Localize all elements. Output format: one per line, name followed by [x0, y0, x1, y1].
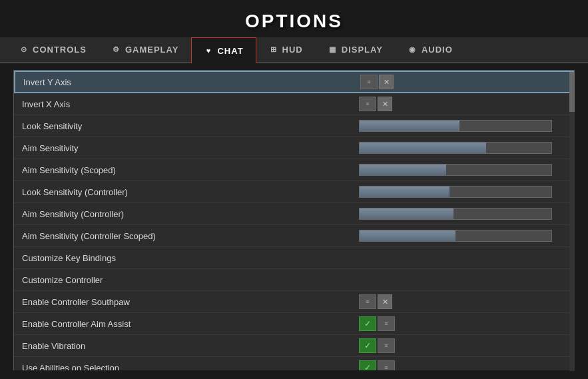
tab-gameplay-label: GAMEPLAY [125, 45, 178, 55]
row-label-aim-controller-scoped: Aim Sensitivity (Controller Scoped) [14, 227, 354, 245]
row-control-look-sensitivity [354, 117, 574, 135]
content-area: Invert Y Axis ≡ ✕ Invert X Axis ≡ ✕ Look… [0, 63, 588, 370]
aim-controller-fill [360, 208, 453, 219]
table-row: Aim Sensitivity (Controller Scoped) [14, 225, 574, 247]
row-label-look-sensitivity: Look Sensitivity [14, 117, 354, 135]
audio-icon: ◉ [408, 45, 418, 55]
row-control-invert-x: ≡ ✕ [354, 94, 574, 114]
row-control-aim-assist: ✓ ≡ [354, 314, 574, 334]
tab-display-label: DISPLAY [342, 45, 383, 55]
toggle-lines-btn4[interactable]: ≡ [378, 316, 395, 331]
look-controller-slider[interactable] [359, 186, 552, 198]
toggle-lines-btn6[interactable]: ≡ [378, 360, 395, 370]
row-control-aim-sensitivity [354, 139, 574, 157]
table-row: Use Abilities on Selection ✓ ≡ [14, 357, 574, 370]
table-row: Aim Sensitivity [14, 137, 574, 159]
toggle-invert-x[interactable]: ≡ ✕ [359, 97, 392, 111]
controls-icon: ⊙ [19, 45, 29, 55]
row-control-southpaw: ≡ ✕ [354, 292, 574, 312]
hud-icon: ⊞ [269, 45, 278, 55]
tab-chat-label: CHAT [217, 46, 243, 56]
tab-audio-label: AUDIO [422, 45, 453, 55]
toggle-lines-btn3[interactable]: ≡ [359, 294, 376, 309]
tab-chat[interactable]: ♥ CHAT [191, 37, 256, 63]
toggle-lines-btn5[interactable]: ≡ [378, 338, 395, 353]
row-control-vibration: ✓ ≡ [354, 336, 574, 356]
row-control-invert-y: ≡ ✕ [355, 72, 573, 92]
aim-controller-scoped-slider[interactable] [359, 230, 552, 242]
look-sensitivity-fill [360, 121, 459, 131]
toggle-check-btn2[interactable]: ✓ [359, 338, 376, 353]
table-row: Aim Sensitivity (Controller) [14, 203, 574, 225]
toggle-aim-assist[interactable]: ✓ ≡ [359, 316, 395, 331]
row-control-aim-scoped [354, 161, 574, 179]
row-control-look-controller [354, 183, 574, 200]
table-row: Look Sensitivity (Controller) [14, 181, 574, 203]
row-label-vibration: Enable Vibration [14, 337, 354, 355]
display-icon: ▦ [328, 45, 338, 55]
aim-scoped-fill [360, 165, 446, 175]
toggle-x-btn[interactable]: ✕ [379, 75, 394, 89]
row-control-aim-controller [354, 205, 574, 222]
table-row: Invert X Axis ≡ ✕ [14, 93, 574, 115]
table-row: Customize Controller [14, 269, 574, 291]
scrollbar-thumb[interactable] [569, 72, 575, 112]
row-label-look-controller: Look Sensitivity (Controller) [14, 183, 354, 201]
aim-scoped-slider[interactable] [359, 164, 552, 176]
table-row: Customize Key Bindings [14, 247, 574, 269]
row-label-southpaw: Enable Controller Southpaw [14, 293, 354, 311]
tab-hud[interactable]: ⊞ HUD [256, 37, 316, 62]
tab-controls-label: CONTROLS [33, 45, 87, 55]
row-label-aim-scoped: Aim Sensitivity (Scoped) [14, 161, 354, 179]
look-controller-fill [360, 187, 449, 197]
toggle-x-btn3[interactable]: ✕ [378, 294, 392, 309]
page-title: OPTIONS [0, 0, 588, 37]
row-label-abilities: Use Abilities on Selection [14, 359, 354, 371]
row-label-invert-x: Invert X Axis [14, 95, 354, 113]
chat-icon: ♥ [204, 46, 213, 55]
toggle-lines-btn2[interactable]: ≡ [359, 97, 376, 111]
aim-sensitivity-slider[interactable] [359, 142, 552, 154]
toggle-check-btn[interactable]: ✓ [359, 316, 376, 331]
toggle-abilities[interactable]: ✓ ≡ [359, 360, 395, 370]
tab-controls[interactable]: ⊙ CONTROLS [7, 37, 99, 62]
settings-table: Invert Y Axis ≡ ✕ Invert X Axis ≡ ✕ Look… [13, 70, 575, 370]
table-row: Aim Sensitivity (Scoped) [14, 159, 574, 181]
toggle-check-btn3[interactable]: ✓ [359, 360, 376, 370]
row-control-abilities: ✓ ≡ [354, 358, 574, 370]
table-row: Enable Vibration ✓ ≡ [14, 335, 574, 357]
tab-audio[interactable]: ◉ AUDIO [396, 37, 465, 62]
aim-controller-scoped-fill [360, 230, 455, 241]
row-label-key-bindings: Customize Key Bindings [14, 249, 574, 267]
table-row: Enable Controller Aim Assist ✓ ≡ [14, 313, 574, 335]
tabs-bar: ⊙ CONTROLS ⚙ GAMEPLAY ♥ CHAT ⊞ HUD ▦ DIS… [0, 37, 588, 63]
aim-controller-slider[interactable] [359, 208, 552, 220]
tab-display[interactable]: ▦ DISPLAY [316, 37, 396, 62]
table-row: Enable Controller Southpaw ≡ ✕ [14, 291, 574, 313]
scrollbar-track [569, 72, 575, 371]
look-sensitivity-slider[interactable] [359, 120, 552, 132]
toggle-x-btn2[interactable]: ✕ [378, 97, 392, 111]
tab-gameplay[interactable]: ⚙ GAMEPLAY [99, 37, 191, 62]
tab-hud-label: HUD [282, 45, 303, 55]
toggle-vibration[interactable]: ✓ ≡ [359, 338, 395, 353]
row-label-aim-controller: Aim Sensitivity (Controller) [14, 205, 354, 223]
toggle-invert-y[interactable]: ≡ ✕ [360, 75, 394, 89]
row-label-invert-y: Invert Y Axis [15, 73, 355, 91]
toggle-lines-btn[interactable]: ≡ [360, 75, 378, 89]
row-label-aim-assist: Enable Controller Aim Assist [14, 315, 354, 333]
table-row: Invert Y Axis ≡ ✕ [14, 71, 574, 93]
row-control-aim-controller-scoped [354, 227, 574, 244]
table-row: Look Sensitivity [14, 115, 574, 137]
row-label-customize-controller: Customize Controller [14, 271, 574, 289]
gameplay-icon: ⚙ [112, 45, 121, 55]
aim-sensitivity-fill [360, 143, 486, 153]
row-label-aim-sensitivity: Aim Sensitivity [14, 139, 354, 157]
toggle-southpaw[interactable]: ≡ ✕ [359, 294, 392, 309]
